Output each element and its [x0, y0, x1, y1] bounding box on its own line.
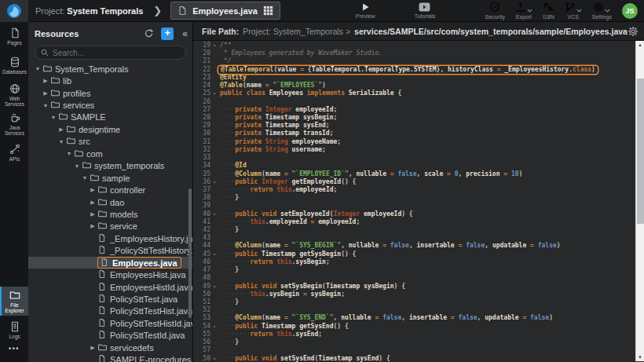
chevron-expanded-icon[interactable]: ▼: [64, 151, 74, 156]
fold-marker-icon[interactable]: ▾: [210, 355, 218, 362]
tab-employees-java[interactable]: Employees.java: [170, 2, 280, 20]
tree-folder-servicedefs[interactable]: ▶servicedefs: [28, 342, 192, 353]
add-resource-button[interactable]: +: [161, 27, 174, 40]
rail-item-java-services[interactable]: Java Services: [0, 109, 28, 138]
code-line-42[interactable]: 42····}: [193, 226, 644, 234]
scroll-up-icon[interactable]: ▲: [636, 42, 644, 48]
tree-file-policystttesthist-java[interactable]: PolicySttTestHist.java: [28, 305, 192, 317]
code-line-37[interactable]: 37········return this.employeeId;: [193, 186, 644, 194]
code-area[interactable]: 19▾/**20 * Employees generated by WaveMa…: [193, 41, 644, 362]
code-line-57[interactable]: 57: [193, 346, 644, 354]
tree-folder-designtime[interactable]: ▶designtime: [28, 123, 192, 135]
breadcrumb-project[interactable]: Project:System Temporals: [35, 6, 143, 16]
chevron-expanded-icon[interactable]: ▼: [49, 115, 58, 120]
code-line-28[interactable]: 28····private Timestamp sysBegin;: [193, 114, 644, 122]
code-line-21[interactable]: 21 */: [193, 57, 644, 65]
rail-item-logs[interactable]: Logs: [0, 316, 28, 345]
code-line-51[interactable]: 51····}: [193, 298, 644, 306]
editor-scrollbar-thumb[interactable]: [637, 79, 644, 224]
code-line-49[interactable]: 49▾····public void setSysBegin(Timestamp…: [193, 283, 644, 291]
topbar-vcs-button[interactable]: VCS: [565, 2, 582, 20]
tree-file-employees-java[interactable]: Employees.java: [28, 257, 192, 269]
code-line-31[interactable]: 31····private String employeeName;: [193, 138, 644, 146]
code-line-58[interactable]: 58▾····public void setSysEnd(Timestamp s…: [193, 355, 644, 362]
code-line-41[interactable]: 41········this.employeeId = employeeId;: [193, 218, 644, 226]
tree-folder-sample[interactable]: ▼SAMPLE: [28, 112, 192, 123]
rail-item-file-explorer[interactable]: File Explorer: [0, 287, 28, 316]
chevron-collapsed-icon[interactable]: ▶: [88, 345, 97, 351]
chevron-expanded-icon[interactable]: ▼: [72, 163, 82, 169]
tree-file-employeeshist-java[interactable]: EmployeesHist.java: [28, 269, 192, 280]
code-line-30[interactable]: 30····private Timestamp transId;: [193, 130, 644, 137]
chevron-collapsed-icon[interactable]: ▶: [88, 211, 97, 218]
tree-folder-dao[interactable]: ▶dao: [28, 196, 192, 208]
tree-folder-system-temporals[interactable]: ▼System_Temporals: [28, 63, 192, 75]
code-line-34[interactable]: 34····@Id: [193, 162, 644, 170]
tree-folder-system-temporals[interactable]: ▼system_temporals: [28, 160, 192, 172]
scroll-down-icon[interactable]: ▼: [636, 354, 644, 360]
fold-marker-icon[interactable]: ▾: [210, 210, 218, 218]
chevron-collapsed-icon[interactable]: ▶: [88, 187, 97, 193]
code-line-56[interactable]: 56····}: [193, 338, 644, 346]
search-input[interactable]: [53, 49, 180, 57]
chevron-expanded-icon[interactable]: ▼: [33, 66, 42, 71]
code-line-47[interactable]: 47····}: [193, 266, 644, 274]
code-line-24[interactable]: 24@Table(name = "`EMPLOYEES`"): [193, 82, 644, 90]
rail-item-pages[interactable]: Pages: [0, 22, 28, 51]
editor-scrollbar[interactable]: ▲ ▼: [635, 41, 644, 361]
rail-item-web-services[interactable]: Web Services: [0, 80, 28, 109]
chevron-collapsed-icon[interactable]: ▶: [88, 223, 97, 229]
code-line-32[interactable]: 32····private String username;: [193, 146, 644, 154]
code-line-38[interactable]: 38····}: [193, 194, 644, 202]
tree-folder-service[interactable]: ▶service: [28, 221, 192, 232]
code-line-33[interactable]: 33: [193, 154, 644, 162]
tree-folder-lib[interactable]: ▶lib: [28, 75, 192, 86]
tree-folder-services[interactable]: ▼services: [28, 99, 192, 111]
fold-marker-icon[interactable]: ▾: [210, 323, 218, 331]
topbar-i18n-button[interactable]: I18N: [543, 2, 554, 20]
fold-marker-icon[interactable]: ▾: [210, 90, 218, 97]
code-line-46[interactable]: 46········return this.sysBegin;: [193, 258, 644, 266]
chevron-collapsed-icon[interactable]: ▶: [88, 199, 97, 206]
code-line-39[interactable]: 39: [193, 202, 644, 210]
code-line-45[interactable]: 45▾····public Timestamp getSysBegin() {: [193, 250, 644, 258]
chevron-collapsed-icon[interactable]: ▶: [41, 78, 50, 84]
code-line-23[interactable]: 23@Entity: [193, 74, 644, 82]
code-line-27[interactable]: 27····private Integer employeeId;: [193, 106, 644, 114]
tree-file--policystttesthistory-java[interactable]: _PolicySttTestHistory.java: [28, 245, 192, 257]
tree-file-policystttesthistid-java[interactable]: PolicySttTestHistId.java: [28, 317, 192, 329]
code-line-43[interactable]: 43: [193, 234, 644, 242]
user-avatar[interactable]: JS: [622, 3, 638, 19]
code-line-44[interactable]: 44····@Column(name = "`SYS_BEGIN`", null…: [193, 242, 644, 250]
code-line-26[interactable]: 26: [193, 98, 644, 106]
tree-file-employeeshistid-java[interactable]: EmployeesHistId.java: [28, 281, 192, 293]
code-line-19[interactable]: 19▾/**: [193, 42, 644, 49]
tree-file-policystttestid-java[interactable]: PolicySttTestId.java: [28, 330, 192, 342]
tree-file-policystttest-java[interactable]: PolicySttTest.java: [28, 293, 192, 305]
code-line-20[interactable]: 20 * Employees generated by WaveMaker St…: [193, 49, 644, 57]
topbar-settings-button[interactable]: Settings: [592, 2, 612, 20]
tree-file--employeeshistory-java[interactable]: _EmployeesHistory.java: [28, 232, 192, 244]
tree-folder-com[interactable]: ▼com: [28, 148, 192, 159]
code-line-35[interactable]: 35····@Column(name = "`EMPLOYEE_ID`", nu…: [193, 170, 644, 178]
fold-marker-icon[interactable]: ▾: [210, 178, 218, 186]
tree-folder-profiles[interactable]: ▶profiles: [28, 87, 192, 99]
chevron-collapsed-icon[interactable]: ▶: [41, 90, 50, 97]
fold-marker-icon[interactable]: ▾: [210, 42, 218, 49]
search-box[interactable]: [35, 46, 186, 60]
tree-file-sample-procedures-mappings-json[interactable]: SAMPLE-procedures.mappings.json: [28, 354, 192, 362]
file-settings-button[interactable]: [628, 26, 639, 37]
grid-icon[interactable]: [263, 5, 273, 16]
tree-folder-controller[interactable]: ▶controller: [28, 184, 192, 196]
tree-scrollbar-thumb[interactable]: [188, 188, 192, 318]
code-line-53[interactable]: 53····@Column(name = "`SYS_END`", nullab…: [193, 314, 644, 322]
wavemaker-logo[interactable]: [0, 0, 28, 22]
code-line-29[interactable]: 29····private Timestamp sysEnd;: [193, 122, 644, 130]
code-line-22[interactable]: 22@TableTemporal(value = {TableTemporal.…: [193, 66, 644, 74]
preview-button[interactable]: Preview: [356, 2, 375, 19]
topbar-export-button[interactable]: Export: [515, 2, 532, 20]
code-line-50[interactable]: 50········this.sysBegin = sysBegin;: [193, 291, 644, 298]
chevron-expanded-icon[interactable]: ▼: [41, 103, 50, 108]
chevron-expanded-icon[interactable]: ▼: [57, 139, 66, 144]
code-line-55[interactable]: 55········return this.sysEnd;: [193, 331, 644, 338]
